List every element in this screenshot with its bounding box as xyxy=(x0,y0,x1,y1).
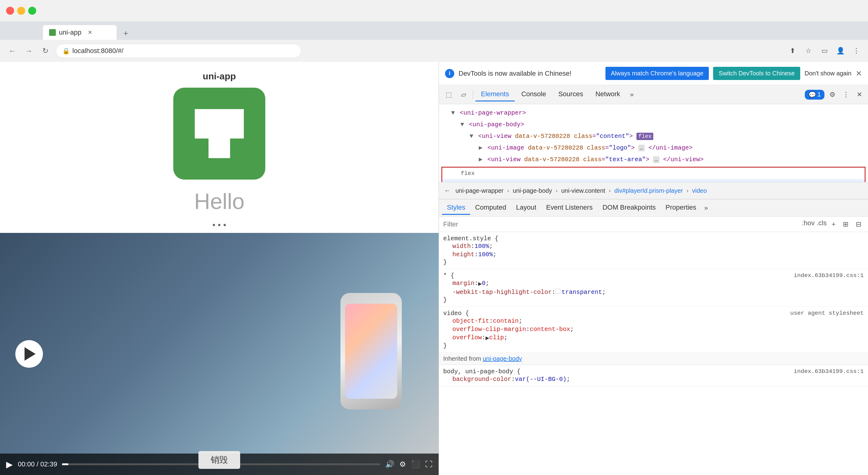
badge-count: 1 xyxy=(817,91,821,98)
css-value: var(--UI-BG-0) xyxy=(515,376,566,383)
settings-button[interactable]: ⚙ xyxy=(399,460,406,469)
share-icon[interactable]: ⬆ xyxy=(787,45,798,56)
menu-icon[interactable]: ⋮ xyxy=(851,45,862,56)
tab-dom-breakpoints[interactable]: DOM Breakpoints xyxy=(597,201,661,215)
breadcrumb-item-4[interactable]: video xyxy=(689,186,709,196)
devtools-toolbar: ⬚ ▱ Elements Console Sources Network » 💬… xyxy=(439,85,868,104)
color-swatch[interactable] xyxy=(555,289,560,294)
css-property-line: object-fit : contain ; xyxy=(443,317,864,325)
tag-close: </uni-view> xyxy=(663,156,704,163)
tab-network[interactable]: Network xyxy=(590,88,626,101)
browser-window: uni-app ✕ + ← → ↻ 🔒 localhost:8080/#/ ⬆ … xyxy=(0,0,868,475)
destroy-button[interactable]: 销毁 xyxy=(198,451,240,469)
info-icon: i xyxy=(445,69,454,78)
expand-arrow: ▶ xyxy=(479,156,483,163)
css-triangle: ▶ xyxy=(478,280,482,287)
minimize-button[interactable] xyxy=(17,7,25,15)
tree-line[interactable]: flex xyxy=(442,168,865,179)
css-semicolon: ; xyxy=(570,326,574,333)
add-rule-button[interactable]: + xyxy=(829,219,838,230)
expand-arrow: ▼ xyxy=(460,121,464,128)
tab-close-button[interactable]: ✕ xyxy=(87,29,93,36)
breadcrumb-item-3[interactable]: div#playerId.prism-player xyxy=(612,186,685,196)
tab-computed[interactable]: Computed xyxy=(470,201,511,215)
css-source[interactable]: index.63b34199.css:1 xyxy=(794,368,864,375)
notification-text: DevTools is now available in Chinese! xyxy=(459,70,601,77)
rule-header: element.style { xyxy=(443,235,864,242)
css-colon: : xyxy=(511,376,515,383)
inherited-selector-link[interactable]: uni-page-body xyxy=(483,355,522,362)
refresh-styles-button[interactable]: ⊟ xyxy=(853,219,864,230)
devtools-settings-icon[interactable]: ⚙ xyxy=(827,89,838,100)
new-tab-button[interactable]: + xyxy=(119,26,132,40)
ellipsis-badge: … xyxy=(653,156,659,163)
always-match-button[interactable]: Always match Chrome's language xyxy=(606,67,709,80)
phone-overlay xyxy=(334,242,408,460)
volume-button[interactable]: 🔊 xyxy=(385,460,395,469)
maximize-button[interactable] xyxy=(28,7,36,15)
dont-show-link[interactable]: Don't show again xyxy=(805,70,851,77)
css-selector: * { xyxy=(443,272,454,279)
notification-close-button[interactable]: ✕ xyxy=(856,69,862,78)
breadcrumb-separator: › xyxy=(609,188,611,194)
devtools-notification: i DevTools is now available in Chinese! … xyxy=(439,62,868,85)
ellipsis-badge: … xyxy=(638,145,645,151)
device-icon[interactable]: ▭ xyxy=(819,45,830,56)
tab-console[interactable]: Console xyxy=(516,88,552,101)
page-content: uni-app Hello • • • xyxy=(0,62,439,475)
inspect-element-icon[interactable]: ⬚ xyxy=(442,88,456,101)
play-pause-button[interactable]: ▶ xyxy=(6,460,13,470)
browser-tab[interactable]: uni-app ✕ xyxy=(43,25,117,40)
refresh-button[interactable]: ↻ xyxy=(39,45,52,57)
tree-line[interactable]: ▼ <uni-page-body> xyxy=(439,119,868,131)
device-mode-icon[interactable]: ▱ xyxy=(457,88,470,101)
forward-button[interactable]: → xyxy=(23,45,35,57)
cc-button[interactable]: ⬛ xyxy=(411,460,420,469)
tab-more[interactable]: » xyxy=(701,202,711,214)
progress-fill xyxy=(62,463,68,465)
fullscreen-button[interactable]: ⛶ xyxy=(425,460,432,469)
css-close-brace: } xyxy=(443,259,447,266)
tab-elements[interactable]: Elements xyxy=(475,88,515,101)
back-button[interactable]: ← xyxy=(6,45,19,57)
css-property: object-fit xyxy=(453,317,489,325)
tree-line[interactable]: ▶ <uni-image data-v-57280228 class="logo… xyxy=(439,142,868,154)
pseudo-state-button[interactable]: :hov .cls xyxy=(802,219,827,230)
devtools-more-icon[interactable]: ⋮ xyxy=(840,89,851,100)
title-bar xyxy=(0,0,868,22)
tree-line-selected[interactable]: ▼ <div data-v-57280228 id="playerId" cla… xyxy=(442,179,865,182)
breadcrumb-back[interactable]: ← xyxy=(442,185,453,196)
css-colon: : xyxy=(552,289,555,296)
breadcrumb-item-1[interactable]: uni-page-body xyxy=(510,186,555,196)
address-bar[interactable]: 🔒 localhost:8080/#/ xyxy=(56,44,301,58)
tree-line[interactable]: ▼ <uni-view data-v-57280228 class="conte… xyxy=(439,131,868,142)
css-property: overflow-clip-margin xyxy=(453,326,526,333)
profile-icon[interactable]: 👤 xyxy=(835,45,846,56)
breadcrumb-item-2[interactable]: uni-view.content xyxy=(559,186,608,196)
tree-line[interactable]: ▶ <uni-view data-v-57280228 class="text-… xyxy=(439,154,868,166)
switch-devtools-button[interactable]: Switch DevTools to Chinese xyxy=(713,67,800,80)
devtools-close-icon[interactable]: ✕ xyxy=(854,89,865,100)
filter-input[interactable] xyxy=(443,220,799,228)
play-button[interactable] xyxy=(16,340,43,368)
css-rule-inherited: body, uni-page-body { index.63b34199.css… xyxy=(439,365,868,387)
css-selector: video { xyxy=(443,310,469,317)
tab-more[interactable]: » xyxy=(627,88,637,101)
tab-properties[interactable]: Properties xyxy=(661,201,701,215)
tab-event-listeners[interactable]: Event Listeners xyxy=(541,201,598,215)
tree-line[interactable]: ▼ <uni-page-wrapper> xyxy=(439,107,868,119)
css-colon: : xyxy=(471,243,474,250)
address-bar-row: ← → ↻ 🔒 localhost:8080/#/ ⬆ ☆ ▭ 👤 ⋮ xyxy=(0,40,868,62)
tab-layout[interactable]: Layout xyxy=(511,201,541,215)
css-colon: : xyxy=(474,251,478,258)
breadcrumb-item-0[interactable]: uni-page-wrapper xyxy=(453,186,506,196)
css-rule-star: * { index.63b34199.css:1 margin : ▶ 0 ; … xyxy=(439,269,868,307)
html-tree[interactable]: ▼ <uni-page-wrapper> ▼ <uni-page-body> ▼… xyxy=(439,104,868,182)
new-style-rule-button[interactable]: ⊞ xyxy=(840,219,851,230)
css-source[interactable]: index.63b34199.css:1 xyxy=(794,272,864,279)
devtools-panel: i DevTools is now available in Chinese! … xyxy=(439,62,868,475)
tab-styles[interactable]: Styles xyxy=(442,201,470,215)
tab-sources[interactable]: Sources xyxy=(553,88,589,101)
close-button[interactable] xyxy=(6,7,14,15)
bookmark-icon[interactable]: ☆ xyxy=(803,45,814,56)
